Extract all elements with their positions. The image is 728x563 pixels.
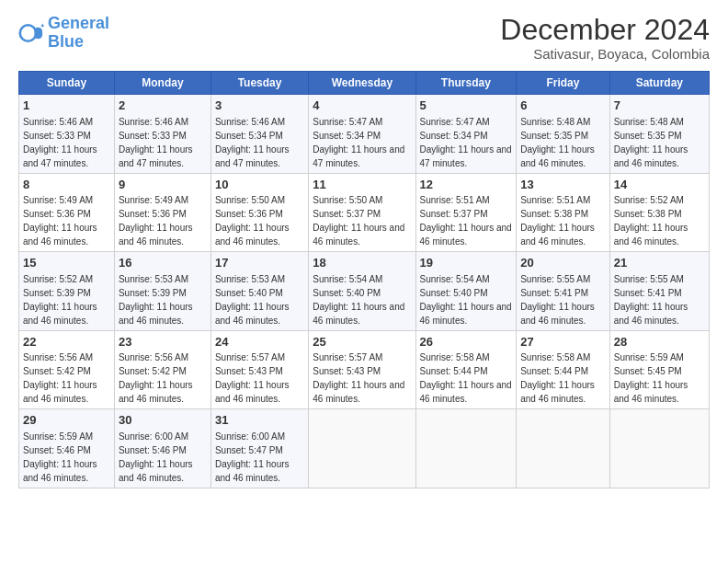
cell-text: Sunrise: 6:00 AMSunset: 5:46 PMDaylight:…: [119, 431, 193, 483]
logo-text: General Blue: [48, 15, 109, 52]
day-number: 14: [614, 177, 705, 193]
logo-icon: [18, 20, 44, 46]
calendar-week-4: 22Sunrise: 5:56 AMSunset: 5:42 PMDayligh…: [19, 330, 710, 409]
cell-text: Sunrise: 5:58 AMSunset: 5:44 PMDaylight:…: [520, 352, 595, 404]
day-number: 7: [614, 98, 705, 114]
calendar-cell: 13Sunrise: 5:51 AMSunset: 5:38 PMDayligh…: [517, 173, 610, 252]
cell-text: Sunrise: 5:46 AMSunset: 5:34 PMDaylight:…: [215, 117, 290, 168]
day-number: 29: [23, 412, 110, 429]
calendar-cell: 20Sunrise: 5:55 AMSunset: 5:41 PMDayligh…: [517, 252, 610, 331]
calendar-cell: [609, 409, 709, 488]
day-number: 5: [420, 98, 513, 114]
cell-text: Sunrise: 5:57 AMSunset: 5:43 PMDaylight:…: [215, 352, 290, 404]
page: General Blue December 2024 Sativasur, Bo…: [0, 0, 728, 563]
weekday-header-monday: Monday: [114, 72, 210, 95]
day-number: 11: [313, 177, 411, 193]
calendar-cell: 3Sunrise: 5:46 AMSunset: 5:34 PMDaylight…: [210, 95, 308, 174]
day-number: 15: [23, 255, 110, 271]
weekday-header-wednesday: Wednesday: [309, 72, 415, 95]
cell-text: Sunrise: 5:51 AMSunset: 5:37 PMDaylight:…: [420, 195, 512, 247]
cell-text: Sunrise: 5:57 AMSunset: 5:43 PMDaylight:…: [313, 352, 404, 404]
day-number: 12: [420, 177, 513, 193]
calendar-cell: 6Sunrise: 5:48 AMSunset: 5:35 PMDaylight…: [517, 95, 610, 174]
cell-text: Sunrise: 5:50 AMSunset: 5:36 PMDaylight:…: [215, 195, 290, 247]
cell-text: Sunrise: 5:47 AMSunset: 5:34 PMDaylight:…: [420, 117, 512, 168]
cell-text: Sunrise: 5:48 AMSunset: 5:35 PMDaylight:…: [520, 117, 595, 168]
calendar-cell: 30Sunrise: 6:00 AMSunset: 5:46 PMDayligh…: [114, 409, 210, 488]
calendar-cell: 28Sunrise: 5:59 AMSunset: 5:45 PMDayligh…: [609, 330, 709, 409]
calendar-cell: 22Sunrise: 5:56 AMSunset: 5:42 PMDayligh…: [19, 330, 115, 409]
cell-text: Sunrise: 5:56 AMSunset: 5:42 PMDaylight:…: [23, 352, 97, 404]
calendar-cell: 24Sunrise: 5:57 AMSunset: 5:43 PMDayligh…: [210, 330, 308, 409]
weekday-header-thursday: Thursday: [415, 72, 517, 95]
cell-text: Sunrise: 5:49 AMSunset: 5:36 PMDaylight:…: [119, 195, 193, 247]
calendar-week-5: 29Sunrise: 5:59 AMSunset: 5:46 PMDayligh…: [19, 409, 710, 488]
cell-text: Sunrise: 5:51 AMSunset: 5:38 PMDaylight:…: [520, 195, 595, 247]
day-number: 24: [215, 334, 304, 350]
calendar-cell: 19Sunrise: 5:54 AMSunset: 5:40 PMDayligh…: [415, 252, 517, 331]
day-number: 20: [520, 255, 606, 271]
calendar-cell: 10Sunrise: 5:50 AMSunset: 5:36 PMDayligh…: [210, 173, 308, 252]
day-number: 30: [119, 412, 207, 429]
calendar-cell: [517, 409, 610, 488]
calendar-cell: 4Sunrise: 5:47 AMSunset: 5:34 PMDaylight…: [309, 95, 415, 174]
day-number: 22: [23, 334, 110, 350]
weekday-header-friday: Friday: [517, 72, 610, 95]
day-number: 19: [420, 255, 513, 271]
day-number: 17: [215, 255, 304, 271]
weekday-header-saturday: Saturday: [609, 72, 709, 95]
cell-text: Sunrise: 5:55 AMSunset: 5:41 PMDaylight:…: [614, 274, 688, 326]
calendar-cell: 27Sunrise: 5:58 AMSunset: 5:44 PMDayligh…: [517, 330, 610, 409]
cell-text: Sunrise: 5:59 AMSunset: 5:46 PMDaylight:…: [23, 431, 97, 483]
title-area: December 2024 Sativasur, Boyaca, Colombi…: [500, 15, 710, 62]
page-title: December 2024: [500, 15, 710, 44]
calendar-cell: 11Sunrise: 5:50 AMSunset: 5:37 PMDayligh…: [309, 173, 415, 252]
calendar-cell: [415, 409, 517, 488]
calendar-cell: 25Sunrise: 5:57 AMSunset: 5:43 PMDayligh…: [309, 330, 415, 409]
calendar-cell: 2Sunrise: 5:46 AMSunset: 5:33 PMDaylight…: [114, 95, 210, 174]
day-number: 21: [614, 255, 705, 271]
calendar-cell: 5Sunrise: 5:47 AMSunset: 5:34 PMDaylight…: [415, 95, 517, 174]
calendar-cell: 31Sunrise: 6:00 AMSunset: 5:47 PMDayligh…: [210, 409, 308, 488]
cell-text: Sunrise: 5:52 AMSunset: 5:38 PMDaylight:…: [614, 195, 688, 247]
calendar-cell: 15Sunrise: 5:52 AMSunset: 5:39 PMDayligh…: [19, 252, 115, 331]
day-number: 3: [215, 98, 304, 114]
day-number: 4: [313, 98, 411, 114]
weekday-header-sunday: Sunday: [19, 72, 115, 95]
cell-text: Sunrise: 5:56 AMSunset: 5:42 PMDaylight:…: [119, 352, 193, 404]
calendar-cell: 14Sunrise: 5:52 AMSunset: 5:38 PMDayligh…: [609, 173, 709, 252]
day-number: 13: [520, 177, 606, 193]
calendar-week-1: 1Sunrise: 5:46 AMSunset: 5:33 PMDaylight…: [19, 95, 710, 174]
cell-text: Sunrise: 5:59 AMSunset: 5:45 PMDaylight:…: [614, 352, 688, 404]
day-number: 6: [520, 98, 606, 114]
cell-text: Sunrise: 5:53 AMSunset: 5:39 PMDaylight:…: [119, 274, 193, 326]
day-number: 16: [119, 255, 207, 271]
day-number: 23: [119, 334, 207, 350]
calendar-cell: 1Sunrise: 5:46 AMSunset: 5:33 PMDaylight…: [19, 95, 115, 174]
day-number: 18: [313, 255, 411, 271]
cell-text: Sunrise: 5:47 AMSunset: 5:34 PMDaylight:…: [313, 117, 404, 168]
cell-text: Sunrise: 5:50 AMSunset: 5:37 PMDaylight:…: [313, 195, 404, 247]
weekday-header-tuesday: Tuesday: [210, 72, 308, 95]
calendar-cell: 23Sunrise: 5:56 AMSunset: 5:42 PMDayligh…: [114, 330, 210, 409]
calendar-cell: 16Sunrise: 5:53 AMSunset: 5:39 PMDayligh…: [114, 252, 210, 331]
header: General Blue December 2024 Sativasur, Bo…: [18, 15, 710, 62]
cell-text: Sunrise: 5:49 AMSunset: 5:36 PMDaylight:…: [23, 195, 97, 247]
day-number: 2: [119, 98, 207, 114]
day-number: 9: [119, 177, 207, 193]
calendar-cell: 29Sunrise: 5:59 AMSunset: 5:46 PMDayligh…: [19, 409, 115, 488]
cell-text: Sunrise: 5:52 AMSunset: 5:39 PMDaylight:…: [23, 274, 97, 326]
calendar-cell: 12Sunrise: 5:51 AMSunset: 5:37 PMDayligh…: [415, 173, 517, 252]
cell-text: Sunrise: 5:46 AMSunset: 5:33 PMDaylight:…: [23, 117, 97, 168]
day-number: 25: [313, 334, 411, 350]
day-number: 10: [215, 177, 304, 193]
day-number: 27: [520, 334, 606, 350]
cell-text: Sunrise: 5:55 AMSunset: 5:41 PMDaylight:…: [520, 274, 595, 326]
cell-text: Sunrise: 5:48 AMSunset: 5:35 PMDaylight:…: [614, 117, 688, 168]
calendar-week-2: 8Sunrise: 5:49 AMSunset: 5:36 PMDaylight…: [19, 173, 710, 252]
cell-text: Sunrise: 5:58 AMSunset: 5:44 PMDaylight:…: [420, 352, 512, 404]
calendar-table: SundayMondayTuesdayWednesdayThursdayFrid…: [18, 71, 710, 488]
svg-point-0: [20, 25, 37, 41]
weekday-header-row: SundayMondayTuesdayWednesdayThursdayFrid…: [19, 72, 710, 95]
cell-text: Sunrise: 5:54 AMSunset: 5:40 PMDaylight:…: [420, 274, 512, 326]
